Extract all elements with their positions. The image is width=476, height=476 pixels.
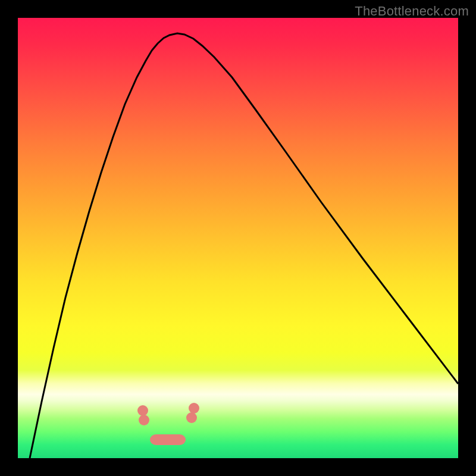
trough-bar <box>150 434 186 445</box>
plot-area <box>18 18 458 458</box>
marker-dot <box>189 403 199 414</box>
marker-dot <box>137 405 148 416</box>
watermark-text: TheBottleneck.com <box>355 4 469 19</box>
bottleneck-curve <box>30 33 458 458</box>
marker-dot <box>139 415 149 425</box>
marker-dot <box>186 412 197 423</box>
markers-group <box>137 403 199 425</box>
chart-stage: TheBottleneck.com <box>0 0 476 476</box>
curve-layer <box>18 18 458 458</box>
